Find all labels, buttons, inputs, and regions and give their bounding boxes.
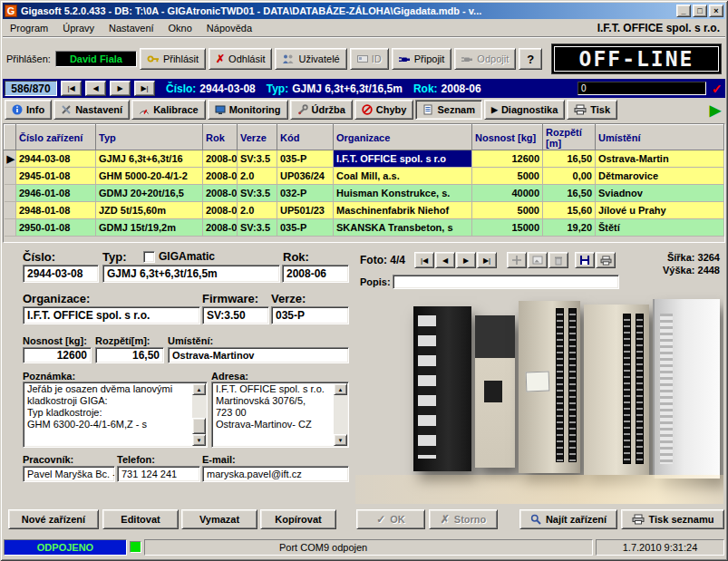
telefon-field[interactable]: 731 124 241 bbox=[117, 466, 200, 482]
tab-nastaveni[interactable]: Nastavení bbox=[53, 100, 130, 120]
action-button-row: Nové zařízení Editovat Vymazat Kopírovat… bbox=[3, 508, 725, 531]
first-record-button[interactable]: |◀ bbox=[61, 81, 82, 96]
tab-monitoring[interactable]: Monitoring bbox=[208, 100, 288, 120]
prev-record-button[interactable]: ◀ bbox=[85, 81, 106, 96]
key-icon bbox=[147, 53, 160, 64]
firmware-field[interactable]: SV:3.50 bbox=[202, 306, 269, 324]
poznamka-memo[interactable]: Jeřáb je osazen dvěma lanovými kladkostr… bbox=[23, 382, 208, 448]
email-field[interactable]: maryska.pavel@ift.cz bbox=[202, 466, 349, 482]
photo-next-button[interactable]: ▶ bbox=[456, 252, 476, 268]
photo-fit-button[interactable] bbox=[507, 252, 527, 268]
scroll-down-icon[interactable]: ▼ bbox=[334, 434, 347, 446]
poznamka-scrollbar[interactable]: ▲ ▼ bbox=[192, 383, 206, 446]
photo-save-button[interactable] bbox=[575, 252, 595, 268]
col-header-organizace[interactable]: Organizace bbox=[334, 125, 472, 150]
col-header-cislo[interactable]: Číslo zařízení bbox=[16, 125, 96, 150]
cislo-field[interactable]: 2944-03-08 bbox=[23, 265, 99, 283]
run-arrow-icon[interactable]: ▶ bbox=[710, 102, 723, 119]
nosnost-field[interactable]: 12600 bbox=[23, 347, 92, 363]
scroll-down-icon[interactable]: ▼ bbox=[192, 434, 206, 446]
organizace-field[interactable]: I.F.T. OFFICE spol. s r.o. bbox=[23, 306, 200, 324]
photo-delete-button[interactable] bbox=[548, 252, 568, 268]
rok-field[interactable]: 2008-06 bbox=[282, 265, 349, 283]
tab-udrzba[interactable]: Údržba bbox=[290, 100, 353, 120]
col-header-verze[interactable]: Verze bbox=[238, 125, 277, 150]
delete-button[interactable]: Vymazat bbox=[181, 509, 257, 529]
col-header-rozpeti[interactable]: Rozpětí [m] bbox=[543, 125, 596, 150]
tab-diagnostika[interactable]: ▶ Diagnostika bbox=[484, 100, 565, 120]
adresa-memo[interactable]: I.F.T. OFFICE spol. s r.o. Martinovská 3… bbox=[211, 382, 349, 448]
grid-cell: 2946-01-08 bbox=[16, 185, 96, 202]
logout-label: Odhlásit bbox=[228, 53, 265, 64]
pracovnik-field[interactable]: Pavel Maryška Bc. - ř bbox=[23, 466, 115, 482]
typ-field[interactable]: GJMJ 6,3t+6,3t/16,5m bbox=[102, 265, 280, 283]
menu-program[interactable]: Program bbox=[3, 21, 55, 35]
disconnect-label: Odpojit bbox=[477, 53, 509, 64]
tab-kalibrace[interactable]: Kalibrace bbox=[131, 100, 206, 120]
col-header-umisteni[interactable]: Umístění bbox=[596, 125, 724, 150]
tab-tisk[interactable]: Tisk bbox=[567, 100, 617, 120]
menu-nastaveni[interactable]: Nastavení bbox=[102, 21, 161, 35]
titlebar[interactable]: G Gigasoft 5.2.0.433 - DB: T:\0A - GIGAt… bbox=[3, 3, 725, 19]
selector-header bbox=[5, 125, 16, 150]
minimize-button[interactable]: _ bbox=[676, 5, 691, 17]
gigamatic-checkbox[interactable] bbox=[143, 251, 155, 263]
scroll-track[interactable] bbox=[192, 395, 206, 418]
table-row[interactable]: 2948-01-08 JZD 5t/15,60m 2008-0 2.0 UP50… bbox=[5, 202, 724, 219]
help-button[interactable]: ? bbox=[519, 48, 542, 70]
verze-field[interactable]: 035-P bbox=[271, 306, 349, 324]
menu-okno[interactable]: Okno bbox=[161, 21, 199, 35]
tab-info[interactable]: Info bbox=[5, 100, 52, 120]
photo-first-button[interactable]: |◀ bbox=[414, 252, 434, 268]
photo-device-terminal-2 bbox=[584, 305, 649, 475]
logout-button[interactable]: ✗ Odhlásit bbox=[209, 48, 272, 70]
next-record-button[interactable]: ▶ bbox=[110, 81, 131, 96]
photo-paper-label bbox=[526, 372, 550, 392]
login-button[interactable]: Přihlásit bbox=[140, 48, 206, 70]
disconnect-button[interactable]: Odpojit bbox=[454, 48, 516, 70]
ok-button[interactable]: ✓ OK bbox=[356, 509, 425, 529]
new-device-button[interactable]: Nové zařízení bbox=[8, 509, 99, 529]
cancel-button[interactable]: ✗ Storno bbox=[429, 509, 498, 529]
photo-last-button[interactable]: ▶| bbox=[477, 252, 497, 268]
col-header-kod[interactable]: Kód bbox=[277, 125, 334, 150]
connect-label: Připojit bbox=[414, 53, 445, 64]
photo-prev-button[interactable]: ◀ bbox=[435, 252, 455, 268]
copy-button[interactable]: Kopírovat bbox=[260, 509, 336, 529]
maximize-button[interactable]: □ bbox=[693, 5, 707, 17]
table-row[interactable]: 2945-01-08 GHM 5000-20-4/1-2 2008-0 2.0 … bbox=[5, 168, 724, 185]
id-button[interactable]: ID bbox=[350, 48, 389, 70]
scroll-track[interactable] bbox=[334, 395, 347, 434]
photo-print-button[interactable] bbox=[596, 252, 616, 268]
print-list-button[interactable]: Tisk seznamu bbox=[621, 509, 724, 529]
connect-button[interactable]: Připojit bbox=[392, 48, 452, 70]
tab-seznam[interactable]: Seznam bbox=[415, 100, 482, 120]
rozpeti-field[interactable]: 16,50 bbox=[95, 347, 164, 363]
edit-button[interactable]: Editovat bbox=[102, 509, 179, 529]
find-device-button[interactable]: Najít zařízení bbox=[519, 509, 617, 529]
photo-image-button[interactable] bbox=[528, 252, 548, 268]
last-record-button[interactable]: ▶| bbox=[134, 81, 155, 96]
close-button[interactable]: × bbox=[709, 5, 723, 17]
col-header-rok[interactable]: Rok bbox=[203, 125, 238, 150]
grid-cell: 15000 bbox=[472, 219, 543, 237]
tab-chyby[interactable]: Chyby bbox=[354, 100, 414, 120]
table-row-selected[interactable]: ▶ 2944-03-08 GJMJ 6,3t+6,3t/16 2008-0 SV… bbox=[5, 150, 724, 168]
umisteni-field[interactable]: Ostrava-Martinov bbox=[168, 347, 349, 363]
adresa-scrollbar[interactable]: ▲ ▼ bbox=[334, 383, 347, 446]
scroll-thumb[interactable] bbox=[192, 418, 206, 434]
menu-upravy[interactable]: Úpravy bbox=[55, 21, 102, 35]
menu-napoveda[interactable]: Nápověda bbox=[199, 21, 259, 35]
col-header-typ[interactable]: Typ bbox=[96, 125, 203, 150]
popis-input[interactable] bbox=[393, 275, 619, 289]
poznamka-text: Jeřáb je osazen dvěma lanovými kladkostr… bbox=[25, 383, 191, 446]
scroll-up-icon[interactable]: ▲ bbox=[334, 383, 347, 395]
grid-cell: 2008-0 bbox=[203, 168, 238, 185]
port-status: Port COM9 odpojen bbox=[144, 539, 593, 556]
scroll-up-icon[interactable]: ▲ bbox=[192, 383, 206, 395]
table-row[interactable]: 2946-01-08 GDMJ 20+20t/16,5 2008-0 SV:3.… bbox=[5, 185, 724, 202]
col-header-nosnost[interactable]: Nosnost [kg] bbox=[472, 125, 543, 150]
device-photo bbox=[355, 292, 723, 504]
table-row[interactable]: 2950-01-08 GDMJ 15t/19,2m 2008-0 SV:3.5 … bbox=[5, 219, 724, 237]
users-button[interactable]: Uživatelé bbox=[275, 48, 346, 70]
